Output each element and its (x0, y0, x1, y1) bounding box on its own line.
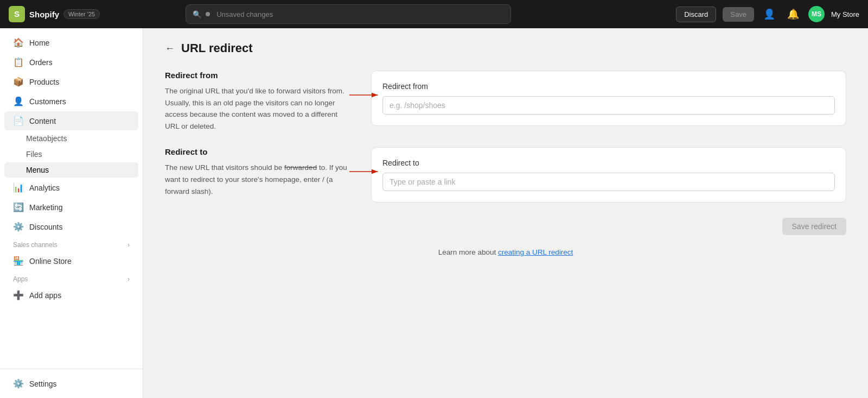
online-store-icon: 🏪 (13, 256, 24, 266)
topbar-search-area[interactable]: 🔍 Unsaved changes (186, 4, 511, 24)
avatar[interactable]: MS (808, 6, 825, 22)
sidebar: 🏠 Home 📋 Orders 📦 Products 👤 Customers 📄… (0, 28, 143, 398)
sidebar-item-settings[interactable]: ⚙️ Settings (4, 374, 138, 393)
main-content: ← URL redirect Redirect from The origina… (143, 28, 868, 398)
shopify-icon: S (9, 6, 25, 22)
shopify-name-label: Shopify (29, 10, 59, 19)
unsaved-text: Unsaved changes (216, 10, 273, 18)
redirect-to-description: Redirect to The new URL that visitors sh… (165, 147, 349, 197)
redirect-from-section: Redirect from The original URL that you'… (165, 71, 846, 132)
learn-more-section: Learn more about creating a URL redirect (165, 248, 846, 256)
topbar: S Shopify Winter '25 🔍 Unsaved changes D… (0, 0, 868, 28)
redirect-from-label: Redirect from (382, 82, 835, 91)
winter-badge: Winter '25 (63, 9, 100, 19)
save-redirect-button: Save redirect (782, 218, 846, 235)
redirect-from-heading: Redirect from (165, 71, 349, 80)
customers-icon: 👤 (13, 96, 24, 106)
page-title: URL redirect (181, 41, 253, 55)
help-icon-button[interactable]: 👤 (761, 5, 778, 23)
sidebar-footer: ⚙️ Settings (0, 369, 143, 398)
sidebar-item-analytics[interactable]: 📊 Analytics (4, 178, 138, 197)
save-button: Save (723, 7, 754, 22)
learn-more-link[interactable]: creating a URL redirect (498, 248, 573, 256)
sidebar-item-discounts[interactable]: ⚙️ Discounts (4, 217, 138, 236)
content-icon: 📄 (13, 116, 24, 126)
sidebar-item-discounts-label: Discounts (29, 223, 62, 231)
sidebar-item-content-label: Content (29, 117, 56, 125)
apps-section-label: Apps › (4, 271, 138, 285)
sidebar-nav: 🏠 Home 📋 Orders 📦 Products 👤 Customers 📄… (0, 28, 143, 309)
notification-icon-button[interactable]: 🔔 (784, 5, 802, 23)
topbar-right-actions: Discard Save 👤 🔔 MS My Store (676, 5, 859, 23)
sidebar-item-content[interactable]: 📄 Content (4, 111, 138, 130)
sidebar-sub-item-menus[interactable]: Menus (4, 162, 138, 178)
sidebar-item-orders[interactable]: 📋 Orders (4, 53, 138, 72)
redirect-from-input[interactable] (382, 96, 835, 115)
sidebar-item-online-store-label: Online Store (29, 257, 72, 266)
analytics-icon: 📊 (13, 182, 24, 193)
sidebar-item-home-label: Home (29, 39, 49, 47)
sidebar-sub-item-files[interactable]: Files (4, 147, 138, 162)
sidebar-item-analytics-label: Analytics (29, 184, 60, 192)
sidebar-item-online-store[interactable]: 🏪 Online Store (4, 251, 138, 270)
sidebar-item-products-label: Products (29, 78, 59, 86)
redirect-to-input[interactable] (382, 173, 835, 191)
store-name-label: My Store (831, 10, 859, 18)
page-header: ← URL redirect (165, 41, 846, 55)
products-icon: 📦 (13, 77, 24, 87)
svg-text:S: S (14, 9, 20, 18)
redirect-to-section: Redirect to The new URL that visitors sh… (165, 147, 846, 203)
learn-more-text: Learn more about (438, 248, 498, 256)
sidebar-sub-item-metaobjects[interactable]: Metaobjects (4, 131, 138, 146)
redirect-from-card: Redirect from (371, 71, 846, 126)
sidebar-item-marketing[interactable]: 🔄 Marketing (4, 198, 138, 217)
redirect-to-card: Redirect to (371, 147, 846, 203)
marketing-icon: 🔄 (13, 202, 24, 212)
back-button[interactable]: ← (165, 43, 175, 54)
discard-button[interactable]: Discard (676, 7, 716, 22)
discounts-icon: ⚙️ (13, 222, 24, 232)
sidebar-item-add-apps-label: Add apps (29, 291, 61, 300)
sidebar-sub-item-metaobjects-label: Metaobjects (26, 134, 67, 143)
redirect-from-desc-text: The original URL that you'd like to forw… (165, 85, 349, 132)
redirect-from-description: Redirect from The original URL that you'… (165, 71, 349, 132)
strikethrough-text: forwarded (284, 163, 317, 172)
redirect-to-heading: Redirect to (165, 147, 349, 156)
orders-icon: 📋 (13, 57, 24, 67)
sidebar-item-orders-label: Orders (29, 58, 53, 67)
sidebar-sub-item-menus-label: Menus (26, 166, 49, 174)
redirect-to-label: Redirect to (382, 159, 835, 167)
sidebar-item-home[interactable]: 🏠 Home (4, 33, 138, 52)
sidebar-item-customers-label: Customers (29, 97, 66, 106)
apps-expand-icon[interactable]: › (127, 275, 130, 283)
redirect-to-desc-text: The new URL that visitors should be forw… (165, 162, 349, 197)
sidebar-item-products[interactable]: 📦 Products (4, 72, 138, 91)
save-redirect-row: Save redirect (165, 218, 846, 235)
expand-icon[interactable]: › (127, 241, 130, 249)
sales-channels-section-label: Sales channels › (4, 237, 138, 251)
shopify-logo-area: S Shopify Winter '25 (9, 6, 100, 22)
search-icon: 🔍 (193, 10, 201, 18)
sidebar-item-marketing-label: Marketing (29, 203, 62, 212)
sidebar-item-settings-label: Settings (29, 380, 57, 388)
add-icon: ➕ (13, 290, 24, 300)
sidebar-item-customers[interactable]: 👤 Customers (4, 92, 138, 111)
sidebar-item-add-apps[interactable]: ➕ Add apps (4, 286, 138, 305)
app-body: 🏠 Home 📋 Orders 📦 Products 👤 Customers 📄… (0, 28, 868, 398)
sidebar-sub-item-files-label: Files (26, 150, 42, 159)
unsaved-indicator (206, 12, 210, 16)
home-icon: 🏠 (13, 37, 24, 48)
settings-icon: ⚙️ (13, 378, 24, 389)
